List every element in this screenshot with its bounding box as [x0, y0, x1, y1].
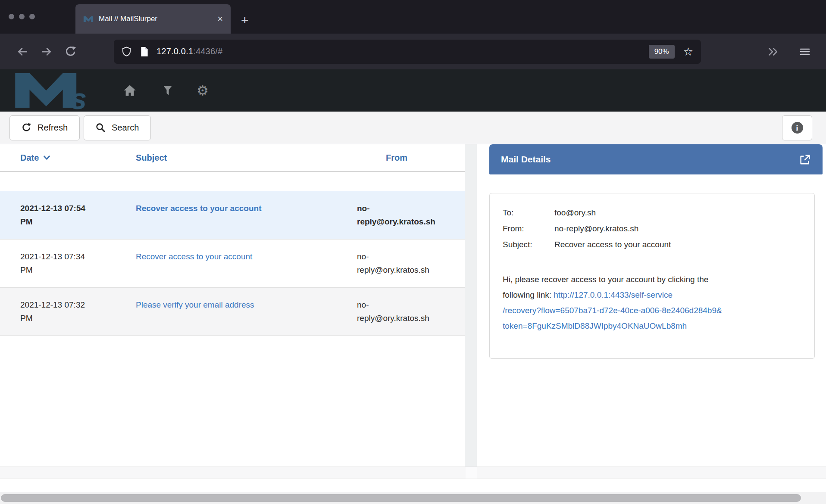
mail-from: no-reply@ory.kratos.sh	[357, 250, 437, 277]
table-row[interactable]: 2021-12-13 07:54 PMRecover access to you…	[0, 191, 465, 239]
mail-subject-link[interactable]: Recover access to your account	[136, 204, 261, 213]
tab-strip: Mail // MailSlurper × +	[0, 0, 826, 34]
forward-icon[interactable]	[34, 46, 59, 57]
window-controls[interactable]	[9, 14, 35, 19]
menu-hamburger-icon[interactable]	[799, 46, 810, 57]
from-label: From:	[503, 221, 554, 236]
overflow-chevrons-icon[interactable]	[767, 46, 779, 57]
mail-rows: 2021-12-13 07:54 PMRecover access to you…	[0, 191, 465, 336]
table-row[interactable]: 2021-12-13 07:34 PMRecover access to you…	[0, 239, 465, 287]
refresh-icon	[22, 123, 31, 133]
url-text: 127.0.0.1:4436/#	[156, 47, 222, 56]
subject-value: Recover access to your account	[554, 236, 671, 252]
app-toolbar: Refresh Search i	[0, 112, 826, 144]
browser-toolbar: 127.0.0.1:4436/# 90% ☆	[0, 34, 826, 69]
mail-list-panel: Date Subject From 2021-12-13 07:54 PMRec…	[0, 144, 465, 467]
search-button[interactable]: Search	[84, 115, 151, 140]
reload-icon[interactable]	[59, 46, 83, 58]
mail-body: Hi, please recover access to your accoun…	[503, 272, 801, 334]
main-content: Date Subject From 2021-12-13 07:54 PMRec…	[0, 144, 826, 467]
page-info-icon[interactable]	[140, 47, 149, 57]
mail-details-header: Mail Details	[489, 144, 823, 174]
open-external-icon[interactable]	[799, 154, 811, 165]
to-label: To:	[503, 205, 554, 221]
column-header-subject: Subject	[136, 153, 357, 163]
mail-body-link-prefix: following link:	[503, 290, 554, 299]
from-value: no-reply@ory.kratos.sh	[554, 221, 638, 236]
tab-title: Mail // MailSlurper	[99, 15, 217, 23]
sort-chevron-down-icon	[44, 156, 50, 160]
refresh-label: Refresh	[38, 123, 68, 133]
panel-divider	[465, 144, 489, 467]
mail-from: no-reply@ory.kratos.sh	[357, 202, 437, 229]
details-divider	[503, 263, 801, 263]
browser-tab[interactable]: Mail // MailSlurper ×	[75, 4, 231, 34]
subject-label: Subject:	[503, 236, 554, 252]
mailslurper-logo: s	[13, 72, 98, 109]
info-icon: i	[792, 122, 803, 134]
svg-text:s: s	[70, 82, 87, 109]
mail-from: no-reply@ory.kratos.sh	[357, 298, 437, 325]
shield-icon[interactable]	[122, 47, 131, 57]
panel-footer-band	[0, 467, 826, 479]
to-value: foo@ory.sh	[554, 205, 596, 221]
mail-details-panel: Mail Details To: foo@ory.sh From: no-rep…	[489, 144, 823, 467]
search-icon	[96, 123, 106, 133]
new-tab-icon[interactable]: +	[241, 14, 249, 27]
app-navbar: s ⚙	[0, 69, 826, 112]
mail-date: 2021-12-13 07:34 PM	[20, 250, 96, 277]
info-button[interactable]: i	[782, 115, 812, 140]
search-label: Search	[112, 123, 139, 133]
scrollbar-thumb[interactable]	[1, 494, 801, 502]
browser-window: Mail // MailSlurper × + 127.0.0.1:4436/#…	[0, 0, 826, 504]
home-icon[interactable]	[123, 84, 136, 96]
table-row[interactable]: 2021-12-13 07:32 PMPlease verify your em…	[0, 287, 465, 336]
mail-details-card: To: foo@ory.sh From: no-reply@ory.kratos…	[489, 193, 815, 359]
column-header-date[interactable]: Date	[20, 153, 136, 163]
tab-close-icon[interactable]: ×	[217, 13, 223, 25]
filter-funnel-icon[interactable]	[163, 85, 172, 96]
bookmark-star-icon[interactable]: ☆	[683, 46, 693, 57]
mail-date: 2021-12-13 07:32 PM	[20, 298, 96, 325]
refresh-button[interactable]: Refresh	[9, 115, 80, 140]
mail-body-text: Hi, please recover access to your accoun…	[503, 275, 708, 284]
date-header-label: Date	[20, 153, 39, 163]
back-icon[interactable]	[10, 46, 34, 57]
mail-subject-link[interactable]: Recover access to your account	[136, 252, 252, 261]
url-bar[interactable]: 127.0.0.1:4436/# 90% ☆	[114, 40, 701, 64]
mail-list-header: Date Subject From	[0, 144, 465, 172]
column-header-from: From	[357, 153, 465, 163]
settings-gear-icon[interactable]: ⚙	[197, 84, 209, 97]
mail-details-title: Mail Details	[501, 154, 551, 165]
mail-date: 2021-12-13 07:54 PM	[20, 202, 96, 229]
favicon-mailslurper-icon	[83, 16, 94, 22]
mail-subject-link[interactable]: Please verify your email address	[136, 300, 254, 309]
footer-spacer	[0, 479, 826, 492]
horizontal-scrollbar[interactable]	[0, 492, 826, 504]
zoom-level-badge[interactable]: 90%	[649, 45, 675, 59]
